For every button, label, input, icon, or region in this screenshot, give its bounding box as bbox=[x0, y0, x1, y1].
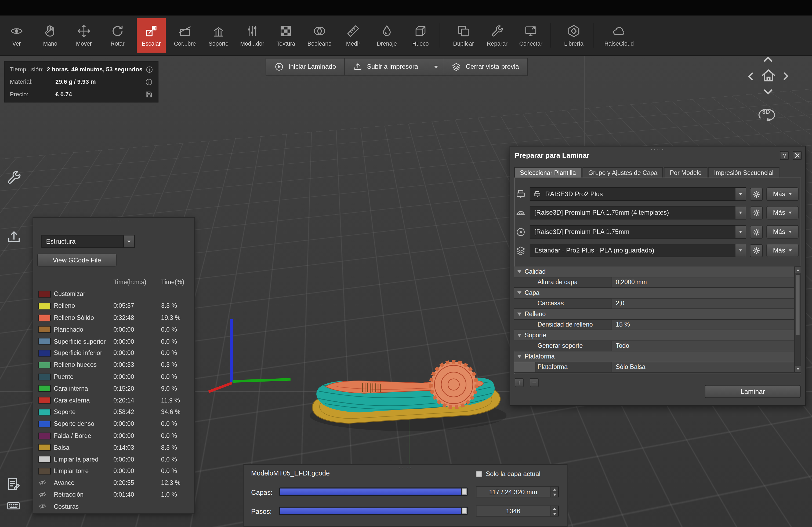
save-icon[interactable] bbox=[145, 90, 153, 98]
scrollbar-thumb[interactable] bbox=[795, 274, 800, 335]
structure-row[interactable]: Limpiar torre 0:00:00 0.0 % bbox=[33, 465, 194, 477]
dropdown-arrow-icon[interactable] bbox=[735, 188, 746, 200]
layers-value[interactable]: 117 / 24.320 mm bbox=[476, 487, 550, 497]
visibility-eye-icon[interactable] bbox=[38, 502, 47, 510]
structure-row[interactable]: Falda / Borde 0:00:00 0.0 % bbox=[33, 430, 194, 442]
settings-row[interactable]: Calidad bbox=[514, 267, 794, 277]
steps-slider[interactable] bbox=[279, 507, 467, 515]
view-right-button[interactable] bbox=[779, 71, 793, 81]
toolbar-button-hueco[interactable]: Hueco bbox=[406, 18, 435, 52]
setting-value[interactable]: 0,2000 mm bbox=[612, 277, 795, 287]
visibility-eye-icon[interactable] bbox=[38, 490, 47, 499]
slice-button[interactable]: Laminar bbox=[705, 385, 801, 398]
close-preview-button[interactable]: Cerrar vista-previa bbox=[444, 58, 528, 76]
tab-grupo-y-ajustes-de-capa[interactable]: Grupo y Ajustes de Capa bbox=[583, 167, 663, 178]
setting-value[interactable]: Sólo Balsa bbox=[612, 362, 795, 372]
slider-handle[interactable] bbox=[462, 508, 466, 514]
toolbar-button-reparar[interactable]: Reparar bbox=[482, 18, 511, 52]
collapse-triangle-icon[interactable] bbox=[518, 270, 521, 273]
spin-down-icon[interactable] bbox=[550, 492, 558, 497]
upload-dropdown-arrow[interactable] bbox=[429, 59, 443, 75]
structure-dropdown[interactable]: Estructura bbox=[41, 235, 134, 248]
template-settings-button[interactable] bbox=[750, 187, 763, 200]
view-home-button[interactable] bbox=[760, 67, 777, 84]
template-dropdown[interactable]: Estandar - Pro2 Plus - PLA (no guardado) bbox=[530, 244, 746, 257]
collapse-triangle-icon[interactable] bbox=[518, 291, 521, 295]
settings-row[interactable]: Plataforma bbox=[514, 351, 794, 362]
dropdown-arrow-icon[interactable] bbox=[735, 206, 746, 219]
visibility-eye-icon[interactable] bbox=[38, 479, 47, 487]
toolbar-button-textura[interactable]: Textura bbox=[272, 18, 301, 52]
structure-row[interactable]: Relleno huecos 0:00:33 0.3 % bbox=[33, 359, 194, 371]
panel-drag-handle[interactable]: ····· bbox=[33, 219, 194, 224]
close-button[interactable] bbox=[793, 151, 802, 160]
template-dropdown[interactable]: [Raise3D] Premium PLA 1.75mm bbox=[530, 225, 746, 239]
collapse-triangle-icon[interactable] bbox=[518, 333, 521, 337]
structure-row[interactable]: Customizar bbox=[33, 288, 194, 300]
scroll-up-icon[interactable] bbox=[795, 267, 800, 273]
more-button[interactable]: Más bbox=[766, 225, 799, 239]
setting-value[interactable]: Todo bbox=[612, 341, 795, 351]
settings-row[interactable]: Generar soporte Todo bbox=[514, 341, 794, 351]
info-icon[interactable] bbox=[146, 65, 153, 73]
setting-value[interactable]: 2,0 bbox=[612, 298, 795, 308]
settings-row[interactable]: Densidad de relleno 15 % bbox=[514, 320, 794, 330]
toolbar-button-booleano[interactable]: Booleano bbox=[305, 18, 334, 52]
structure-row[interactable]: Superficie superior 0:00:00 0.0 % bbox=[33, 335, 194, 347]
toolbar-button-mover[interactable]: Mover bbox=[69, 18, 98, 52]
settings-row[interactable]: Plataforma Sólo Balsa bbox=[514, 362, 794, 373]
toolbar-button-conectar[interactable]: Conectar bbox=[516, 18, 545, 52]
scroll-down-icon[interactable] bbox=[795, 366, 800, 372]
structure-row[interactable]: Puente 0:00:00 0.0 % bbox=[33, 371, 194, 383]
spin-up-icon[interactable] bbox=[550, 506, 558, 511]
collapse-triangle-icon[interactable] bbox=[518, 312, 521, 316]
settings-row[interactable]: Capa bbox=[514, 288, 794, 298]
view-left-button[interactable] bbox=[743, 71, 757, 81]
more-button[interactable]: Más bbox=[766, 187, 799, 201]
layers-slider[interactable] bbox=[279, 487, 467, 496]
help-button[interactable]: ? bbox=[780, 151, 789, 160]
only-current-layer-checkbox[interactable]: Solo la capa actual bbox=[476, 470, 540, 478]
tab-impresion-secuencial[interactable]: Impresión Secuencial bbox=[708, 167, 779, 178]
structure-row[interactable]: Planchado 0:00:00 0.0 % bbox=[33, 323, 194, 335]
spin-up-icon[interactable] bbox=[550, 487, 558, 492]
toolbar-button-soporte[interactable]: Soporte bbox=[204, 18, 233, 52]
tab-por-modelo[interactable]: Por Modelo bbox=[664, 167, 707, 178]
toolbar-button-libreria[interactable]: Librería bbox=[559, 18, 588, 52]
settings-row[interactable]: Relleno bbox=[514, 309, 794, 320]
structure-row[interactable]: Relleno Sólido 0:32:48 19.3 % bbox=[33, 312, 194, 323]
print-list-button[interactable] bbox=[6, 477, 21, 492]
dropdown-arrow-icon[interactable] bbox=[123, 235, 134, 247]
toolbar-button-duplicar[interactable]: Duplicar bbox=[449, 18, 478, 52]
template-settings-button[interactable] bbox=[750, 206, 763, 219]
template-settings-button[interactable] bbox=[750, 244, 763, 257]
toolbar-button-drenaje[interactable]: Drenaje bbox=[373, 18, 402, 52]
structure-row[interactable]: Cara interna 0:15:20 9.0 % bbox=[33, 383, 194, 394]
collapse-triangle-icon[interactable] bbox=[518, 355, 521, 358]
toolbar-button-escalar[interactable]: Escalar bbox=[137, 18, 166, 52]
structure-row[interactable]: Soporte denso 0:00:00 0.0 % bbox=[33, 418, 194, 430]
toolbar-button-mano[interactable]: Mano bbox=[36, 18, 65, 52]
spin-down-icon[interactable] bbox=[550, 511, 558, 516]
settings-row[interactable]: Carcasas 2,0 bbox=[514, 298, 794, 309]
structure-row[interactable]: Avance 0:20:55 12.3 % bbox=[33, 477, 194, 489]
settings-row[interactable]: Soporte bbox=[514, 330, 794, 341]
template-settings-button[interactable] bbox=[750, 225, 763, 238]
tab-seleccionar-plantilla[interactable]: Seleccionar Plantilla bbox=[514, 167, 582, 178]
toolbar-button-medir[interactable]: Medir bbox=[338, 18, 367, 52]
toolbar-button-raisecloud[interactable]: RaiseCloud bbox=[602, 18, 636, 52]
structure-row[interactable]: Balsa 0:14:03 8.3 % bbox=[33, 442, 194, 453]
settings-scrollbar[interactable] bbox=[794, 267, 801, 373]
more-button[interactable]: Más bbox=[766, 244, 799, 257]
toolbar-button-ver[interactable]: Ver bbox=[2, 18, 31, 52]
more-button[interactable]: Más bbox=[766, 206, 799, 220]
info-icon[interactable] bbox=[145, 78, 153, 86]
slider-handle[interactable] bbox=[462, 488, 466, 495]
settings-wrench-button[interactable] bbox=[6, 170, 22, 185]
structure-row[interactable]: Superficie inferior 0:00:00 0.0 % bbox=[33, 347, 194, 359]
upload-to-printer-button[interactable]: Subir a impresora bbox=[345, 58, 444, 76]
structure-row[interactable]: Limpiar la pared 0:00:00 0.0 % bbox=[33, 453, 194, 465]
layers-spinbox[interactable]: 117 / 24.320 mm bbox=[476, 486, 559, 497]
structure-row[interactable]: Relleno 0:05:37 3.3 % bbox=[33, 300, 194, 312]
toolbar-button-corte-libre[interactable]: Cor...bre bbox=[170, 18, 199, 52]
